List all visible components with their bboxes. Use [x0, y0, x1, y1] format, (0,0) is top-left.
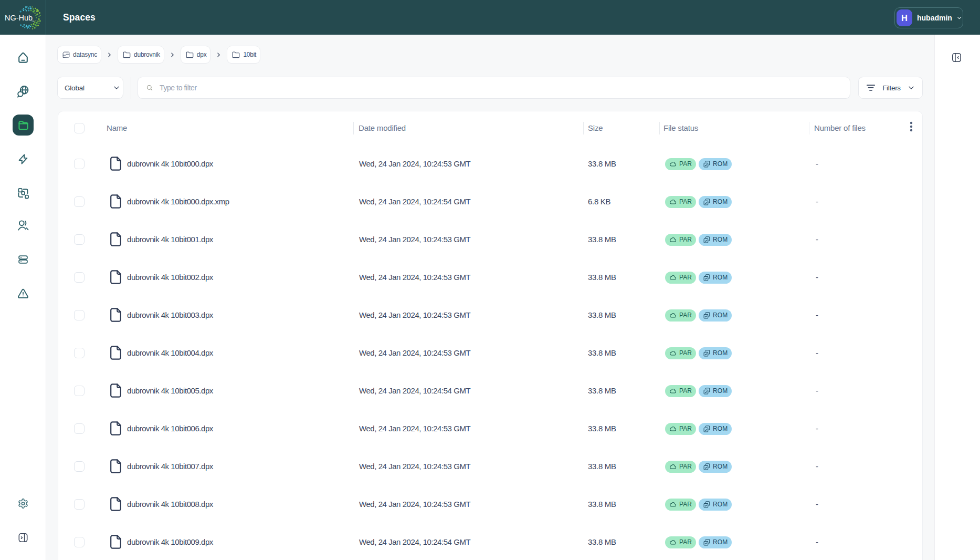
svg-text:NG-Hub: NG-Hub — [5, 14, 33, 22]
svg-text:TM: TM — [31, 20, 34, 23]
